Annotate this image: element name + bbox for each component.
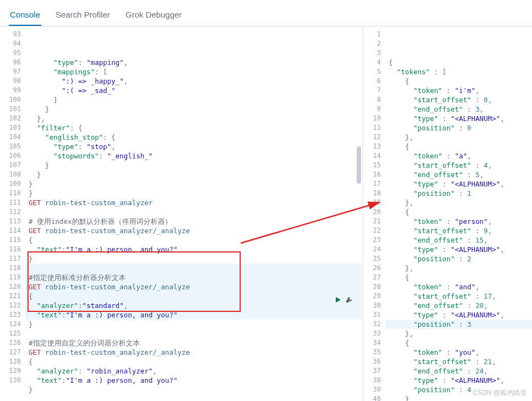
code-line[interactable]: }: [29, 254, 362, 263]
code-line[interactable]: "token" : "i'm",: [389, 86, 532, 95]
code-line[interactable]: ]: [29, 95, 362, 105]
code-line[interactable]: "end_offset" : 24,: [389, 366, 532, 376]
code-line[interactable]: }: [29, 179, 362, 189]
code-line[interactable]: "type" : "<ALPHANUM>",: [389, 179, 532, 189]
code-line[interactable]: {: [389, 338, 532, 348]
code-line[interactable]: [29, 263, 362, 273]
code-line[interactable]: "analyzer":"standard",: [29, 301, 362, 310]
response-viewer[interactable]: 1234567891011121314151617181920212223242…: [363, 26, 532, 401]
code-line[interactable]: {: [389, 207, 532, 217]
code-line[interactable]: ":( => _sad_": [29, 86, 362, 95]
code-line[interactable]: ":) => _happy_",: [29, 76, 362, 86]
code-line[interactable]: {: [29, 235, 362, 245]
line-number: 40: [363, 394, 381, 401]
response-code[interactable]: { "tokens" : [ { "token" : "i'm", "start…: [385, 26, 532, 401]
line-number: 2: [363, 39, 381, 48]
code-line[interactable]: {: [389, 58, 532, 67]
line-number: 24: [363, 245, 381, 254]
code-line[interactable]: "type" : "<ALPHANUM>",: [389, 245, 532, 254]
code-line[interactable]: },: [389, 133, 532, 142]
code-line[interactable]: }: [29, 385, 362, 394]
code-line[interactable]: "type": "stop",: [29, 142, 362, 151]
code-line[interactable]: {: [389, 273, 532, 282]
scrollbar-thumb[interactable]: [357, 146, 361, 184]
code-line[interactable]: "text":"I'm a :) person, and you?": [29, 376, 362, 385]
line-number: 103: [0, 123, 21, 133]
line-number: 3: [363, 48, 381, 58]
code-line[interactable]: "position" : 3: [389, 320, 532, 329]
code-line[interactable]: "tokens" : [: [389, 67, 532, 76]
code-line[interactable]: },: [389, 329, 532, 338]
tab-grok-debugger[interactable]: Grok Debugger: [124, 6, 183, 26]
code-line[interactable]: "position" : 1: [389, 189, 532, 198]
code-line[interactable]: "type": "mapping",: [29, 58, 362, 67]
line-number: 10: [363, 114, 381, 123]
wrench-icon[interactable]: [346, 296, 352, 305]
code-line[interactable]: {: [29, 292, 362, 301]
code-line[interactable]: # 使用index的默认分析器（停用词分析器）: [29, 217, 362, 226]
line-number: 23: [363, 235, 381, 245]
line-number: 119: [0, 273, 21, 282]
code-line[interactable]: "text":"I'm a :) person, and you?": [29, 310, 362, 320]
code-line[interactable]: GET robin-test-custom_analyzer: [29, 198, 362, 207]
line-number: 125: [0, 329, 21, 338]
code-line[interactable]: "end_offset" : 5,: [389, 170, 532, 179]
code-line[interactable]: "start_offset" : 21,: [389, 357, 532, 366]
code-line[interactable]: "token" : "a",: [389, 151, 532, 161]
code-line[interactable]: "token" : "person",: [389, 217, 532, 226]
code-line[interactable]: },: [389, 263, 532, 273]
code-line[interactable]: "analyzer": "robin_analyzer",: [29, 366, 362, 376]
code-line[interactable]: #指定使用标准分析器分析文本: [29, 273, 362, 282]
code-line[interactable]: }: [29, 161, 362, 170]
code-line[interactable]: "token" : "you",: [389, 348, 532, 357]
code-line[interactable]: "position" : 0: [389, 123, 532, 133]
code-line[interactable]: "start_offset" : 4,: [389, 161, 532, 170]
code-line[interactable]: "end_offset" : 15,: [389, 235, 532, 245]
code-line[interactable]: "type" : "<ALPHANUM>",: [389, 310, 532, 320]
code-line[interactable]: [29, 207, 362, 217]
code-line[interactable]: "end_offset" : 3,: [389, 105, 532, 114]
code-line[interactable]: {: [29, 357, 362, 366]
request-editor[interactable]: 9394959697989910010110210310410510610710…: [0, 26, 363, 401]
line-number: 126: [0, 338, 21, 348]
code-line[interactable]: {: [389, 142, 532, 151]
code-line[interactable]: "start_offset" : 0,: [389, 95, 532, 105]
line-number: 114: [0, 226, 21, 235]
code-line[interactable]: "end_offset" : 20,: [389, 301, 532, 310]
request-actions: [335, 296, 352, 305]
code-line[interactable]: },: [29, 114, 362, 123]
request-code[interactable]: "type": "mapping", "mappings": [ ":) => …: [25, 26, 362, 401]
code-line[interactable]: }: [29, 105, 362, 114]
code-line[interactable]: {: [389, 76, 532, 86]
code-line[interactable]: "filter": {: [29, 123, 362, 133]
tab-search-profiler[interactable]: Search Profiler: [54, 6, 111, 26]
code-line[interactable]: "position" : 2: [389, 254, 532, 263]
line-number: 94: [0, 39, 21, 48]
watermark: CSDN @孤鸿踏雪: [473, 388, 527, 398]
line-number: 122: [0, 301, 21, 310]
code-line[interactable]: "english_stop": {: [29, 133, 362, 142]
tab-bar: Console Search Profiler Grok Debugger: [0, 0, 532, 26]
code-line[interactable]: "text":"I'm a :) person, and you?": [29, 245, 362, 254]
code-line[interactable]: "start_offset" : 9,: [389, 226, 532, 235]
code-line[interactable]: "start_offset" : 17,: [389, 292, 532, 301]
code-line[interactable]: },: [389, 198, 532, 207]
code-line[interactable]: }: [29, 170, 362, 179]
code-line[interactable]: [29, 394, 362, 401]
code-line[interactable]: }: [29, 189, 362, 198]
code-line[interactable]: "type" : "<ALPHANUM>",: [389, 114, 532, 123]
code-line[interactable]: "token" : "and",: [389, 282, 532, 292]
code-line[interactable]: GET robin-test-custom_analyzer/_analyze: [29, 282, 362, 292]
tab-console[interactable]: Console: [9, 6, 41, 26]
code-line[interactable]: "mappings": [: [29, 67, 362, 76]
line-number: 129: [0, 366, 21, 376]
code-line[interactable]: }: [29, 320, 362, 329]
code-line[interactable]: GET robin-test-custom_analyzer/_analyze: [29, 226, 362, 235]
play-icon[interactable]: [335, 296, 341, 305]
code-line[interactable]: "type" : "<ALPHANUM>",: [389, 376, 532, 385]
code-line[interactable]: GET robin-test-custom_analyzer/_analyze: [29, 348, 362, 357]
code-line[interactable]: "stopwords": "_english_": [29, 151, 362, 161]
code-line[interactable]: #指定使用自定义的分词器分析文本: [29, 338, 362, 348]
line-number: 104: [0, 133, 21, 142]
code-line[interactable]: [29, 329, 362, 338]
